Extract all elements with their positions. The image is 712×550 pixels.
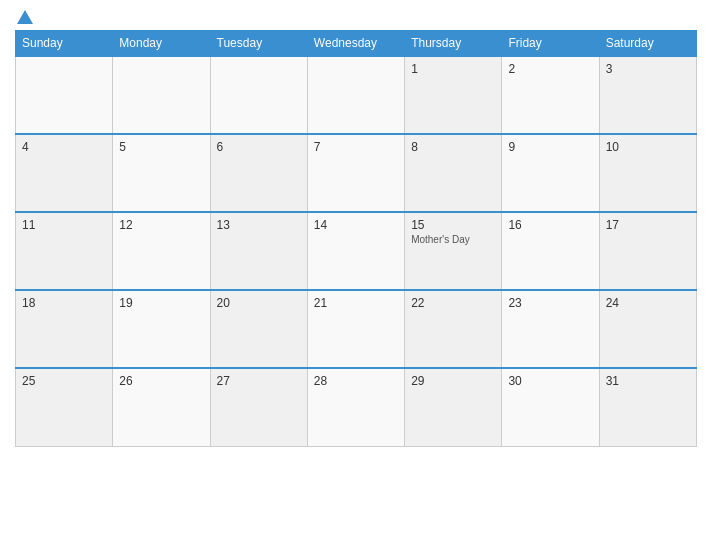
week-row-5: 25262728293031 xyxy=(16,368,697,446)
calendar-cell: 25 xyxy=(16,368,113,446)
weekday-header-saturday: Saturday xyxy=(599,31,696,57)
day-number: 11 xyxy=(22,218,106,232)
weekday-header-tuesday: Tuesday xyxy=(210,31,307,57)
calendar-cell: 3 xyxy=(599,56,696,134)
day-number: 25 xyxy=(22,374,106,388)
weekday-header-wednesday: Wednesday xyxy=(307,31,404,57)
calendar-cell xyxy=(307,56,404,134)
day-number: 9 xyxy=(508,140,592,154)
weekday-header-sunday: Sunday xyxy=(16,31,113,57)
day-number: 16 xyxy=(508,218,592,232)
day-number: 5 xyxy=(119,140,203,154)
day-number: 14 xyxy=(314,218,398,232)
calendar-cell: 9 xyxy=(502,134,599,212)
day-number: 2 xyxy=(508,62,592,76)
day-number: 27 xyxy=(217,374,301,388)
day-number: 8 xyxy=(411,140,495,154)
day-number: 26 xyxy=(119,374,203,388)
calendar-cell: 13 xyxy=(210,212,307,290)
calendar-cell: 12 xyxy=(113,212,210,290)
day-number: 15 xyxy=(411,218,495,232)
week-row-3: 1112131415Mother's Day1617 xyxy=(16,212,697,290)
day-number: 19 xyxy=(119,296,203,310)
calendar-cell: 5 xyxy=(113,134,210,212)
calendar-cell: 26 xyxy=(113,368,210,446)
week-row-4: 18192021222324 xyxy=(16,290,697,368)
calendar-cell xyxy=(16,56,113,134)
calendar-cell: 11 xyxy=(16,212,113,290)
calendar-cell: 16 xyxy=(502,212,599,290)
calendar-cell: 22 xyxy=(405,290,502,368)
logo xyxy=(15,10,33,22)
calendar-table: SundayMondayTuesdayWednesdayThursdayFrid… xyxy=(15,30,697,447)
calendar-cell: 2 xyxy=(502,56,599,134)
week-row-1: 123 xyxy=(16,56,697,134)
day-number: 24 xyxy=(606,296,690,310)
calendar-cell: 8 xyxy=(405,134,502,212)
calendar-cell: 15Mother's Day xyxy=(405,212,502,290)
calendar-cell: 10 xyxy=(599,134,696,212)
weekday-header-friday: Friday xyxy=(502,31,599,57)
day-event: Mother's Day xyxy=(411,234,470,245)
calendar-cell: 29 xyxy=(405,368,502,446)
day-number: 23 xyxy=(508,296,592,310)
day-number: 17 xyxy=(606,218,690,232)
calendar-cell: 30 xyxy=(502,368,599,446)
day-number: 6 xyxy=(217,140,301,154)
calendar-cell: 1 xyxy=(405,56,502,134)
calendar-cell: 4 xyxy=(16,134,113,212)
calendar-cell: 19 xyxy=(113,290,210,368)
day-number: 28 xyxy=(314,374,398,388)
calendar-cell: 23 xyxy=(502,290,599,368)
calendar-cell: 28 xyxy=(307,368,404,446)
day-number: 29 xyxy=(411,374,495,388)
day-number: 7 xyxy=(314,140,398,154)
weekday-header-row: SundayMondayTuesdayWednesdayThursdayFrid… xyxy=(16,31,697,57)
calendar-cell: 7 xyxy=(307,134,404,212)
calendar-cell: 24 xyxy=(599,290,696,368)
weekday-header-thursday: Thursday xyxy=(405,31,502,57)
calendar-cell: 18 xyxy=(16,290,113,368)
day-number: 4 xyxy=(22,140,106,154)
logo-triangle-icon xyxy=(17,10,33,24)
calendar-cell: 27 xyxy=(210,368,307,446)
day-number: 12 xyxy=(119,218,203,232)
day-number: 1 xyxy=(411,62,495,76)
day-number: 22 xyxy=(411,296,495,310)
calendar-page: SundayMondayTuesdayWednesdayThursdayFrid… xyxy=(0,0,712,550)
day-number: 31 xyxy=(606,374,690,388)
day-number: 3 xyxy=(606,62,690,76)
day-number: 18 xyxy=(22,296,106,310)
weekday-header-monday: Monday xyxy=(113,31,210,57)
calendar-cell: 31 xyxy=(599,368,696,446)
day-number: 20 xyxy=(217,296,301,310)
calendar-cell: 21 xyxy=(307,290,404,368)
day-number: 21 xyxy=(314,296,398,310)
calendar-cell: 6 xyxy=(210,134,307,212)
calendar-cell: 17 xyxy=(599,212,696,290)
day-number: 10 xyxy=(606,140,690,154)
calendar-cell xyxy=(210,56,307,134)
day-number: 13 xyxy=(217,218,301,232)
header xyxy=(15,10,697,22)
calendar-cell xyxy=(113,56,210,134)
week-row-2: 45678910 xyxy=(16,134,697,212)
calendar-cell: 20 xyxy=(210,290,307,368)
day-number: 30 xyxy=(508,374,592,388)
calendar-cell: 14 xyxy=(307,212,404,290)
